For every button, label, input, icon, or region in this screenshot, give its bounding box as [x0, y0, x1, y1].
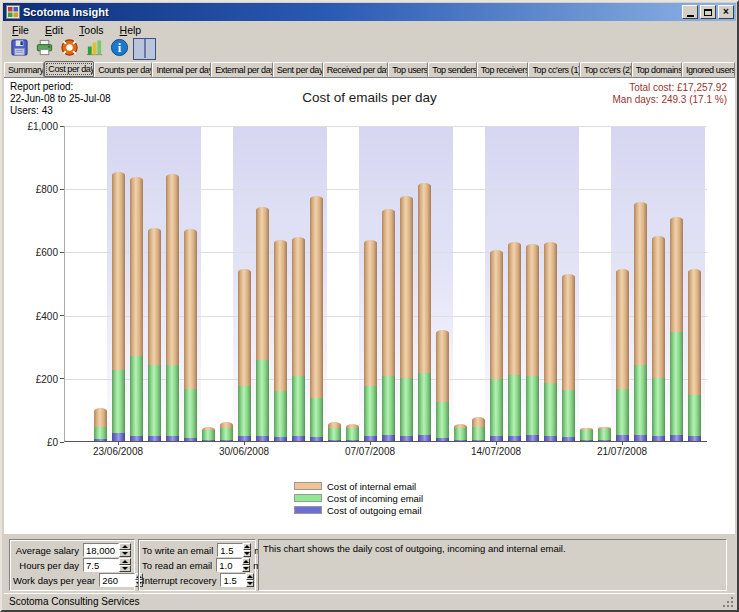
bar-segment-internal: [580, 428, 593, 430]
bar-segment-outgoing: [130, 436, 143, 441]
bar-segment-outgoing: [508, 436, 521, 441]
control-label: To read an email: [142, 560, 216, 571]
info-button[interactable]: i: [108, 38, 131, 60]
tab-received-per-day[interactable]: Received per day: [323, 62, 389, 77]
bar-chart-button[interactable]: [83, 38, 106, 60]
bar-segment-internal: [94, 408, 107, 427]
print-button[interactable]: [33, 38, 56, 60]
tab-top-cc-ers-1-[interactable]: Top cc'ers (1): [528, 62, 580, 77]
y-axis-tick: [60, 126, 64, 127]
legend-item: Cost of outgoing email: [294, 505, 423, 515]
bar-segment-incoming: [634, 365, 647, 435]
bar-segment-internal: [220, 422, 233, 428]
tab-top-senders[interactable]: Top senders: [428, 62, 476, 77]
y-axis-tick: [60, 442, 64, 443]
tab-counts-per-day[interactable]: Counts per day: [94, 62, 152, 77]
save-button[interactable]: [8, 38, 31, 60]
email-time-group-rows: To write an emailminsTo read an emailmin…: [139, 540, 255, 590]
bar-segment-outgoing: [454, 440, 467, 441]
spinner-down-button[interactable]: [243, 550, 251, 557]
bar-segment-internal: [562, 274, 575, 390]
tab-sent-per-day[interactable]: Sent per day: [273, 62, 323, 77]
y-axis-tick: [60, 315, 64, 316]
bar-segment-internal: [112, 172, 125, 370]
tab-ignored-users[interactable]: Ignored users: [682, 62, 735, 77]
close-button[interactable]: ×: [718, 5, 734, 19]
hours-per-day-input[interactable]: [83, 558, 119, 572]
to-read-an-email-input[interactable]: [216, 558, 242, 572]
spinner-up-button[interactable]: [119, 558, 131, 565]
x-axis-label: 30/06/2008: [219, 446, 269, 457]
y-axis-label: £0: [47, 437, 58, 448]
bar-segment-incoming: [274, 391, 287, 437]
interrupt-recovery-input[interactable]: [220, 573, 246, 587]
to-write-an-email-input[interactable]: [217, 543, 243, 557]
bar-segment-outgoing: [598, 440, 611, 441]
total-cost: Total cost: £17,257.92: [612, 82, 727, 94]
bar-segment-outgoing: [526, 435, 539, 441]
chart-description: This chart shows the daily cost of outgo…: [258, 539, 727, 591]
menu-help[interactable]: Help: [112, 23, 150, 37]
bar-segment-outgoing: [472, 440, 485, 441]
app-window: Scotoma Insight × FileEditToolsHelp i Su…: [0, 0, 739, 612]
bar-segment-internal: [256, 207, 269, 360]
bar-segment-incoming: [400, 378, 413, 436]
tab-external-per-day[interactable]: External per day: [211, 62, 273, 77]
control-label: Interrupt recovery: [142, 575, 220, 586]
spinner-down-button[interactable]: [242, 565, 250, 572]
cost-per-day-page: Report period: 22-Jun-08 to 25-Jul-08 Us…: [4, 77, 735, 533]
bar-segment-incoming: [364, 386, 377, 437]
bar-segment-outgoing: [436, 438, 449, 441]
bar-segment-internal: [526, 244, 539, 377]
tab-bar: SummaryCost per dayCounts per dayInterna…: [4, 61, 735, 77]
bar-segment-incoming: [580, 430, 593, 440]
bar-segment-internal: [652, 236, 665, 378]
spinner-down-button[interactable]: [246, 580, 254, 587]
bar-segment-internal: [508, 242, 521, 375]
bar-segment-internal: [184, 229, 197, 389]
maximize-button[interactable]: [700, 5, 716, 19]
bar-segment-outgoing: [328, 440, 341, 441]
bar-segment-incoming: [292, 376, 305, 436]
tab-cost-per-day[interactable]: Cost per day: [44, 61, 94, 77]
bar-segment-internal: [238, 269, 251, 386]
tab-top-receivers[interactable]: Top receivers: [477, 62, 529, 77]
menu-edit[interactable]: Edit: [37, 23, 71, 37]
menu-tools[interactable]: Tools: [71, 23, 112, 37]
bar-segment-internal: [130, 177, 143, 356]
bar-segment-incoming: [202, 430, 215, 440]
spinner-up-button[interactable]: [243, 543, 251, 550]
spinner-down-button[interactable]: [119, 565, 131, 572]
lifebuoy-button[interactable]: [58, 38, 81, 60]
bar-chart-icon: [85, 38, 104, 61]
work-days-per-year-input[interactable]: [99, 573, 135, 587]
spinner: [119, 558, 131, 572]
menu-file[interactable]: File: [4, 23, 37, 37]
title-bar[interactable]: Scotoma Insight ×: [3, 3, 736, 21]
spinner-up-button[interactable]: [242, 558, 250, 565]
bar-segment-internal: [202, 427, 215, 430]
spinner-up-button[interactable]: [246, 573, 254, 580]
texture-button[interactable]: [133, 38, 156, 60]
minimize-button[interactable]: [682, 5, 698, 19]
tab-top-users[interactable]: Top users: [388, 62, 428, 77]
tab-top-cc-ers-2-[interactable]: Top cc'ers (2): [580, 62, 632, 77]
bar-segment-incoming: [220, 428, 233, 440]
tab-summary[interactable]: Summary: [4, 62, 44, 77]
spinner-down-button[interactable]: [119, 550, 131, 557]
lifebuoy-icon: [60, 38, 79, 61]
average-salary-input[interactable]: [83, 543, 119, 557]
bar-segment-outgoing: [346, 440, 359, 441]
chart-legend: Cost of internal emailCost of incoming e…: [294, 481, 423, 517]
bar-segment-internal: [166, 174, 179, 365]
maximize-icon: [704, 9, 712, 16]
resize-grip[interactable]: [722, 596, 734, 608]
email-time-group: To write an emailminsTo read an emailmin…: [138, 539, 256, 591]
controls-panel: Average salaryHours per dayWork days per…: [4, 533, 735, 596]
bar-segment-internal: [670, 217, 683, 332]
spinner-up-button[interactable]: [119, 543, 131, 550]
tab-internal-per-day[interactable]: Internal per day: [152, 62, 211, 77]
info-icon: i: [110, 38, 129, 61]
bar-segment-incoming: [562, 390, 575, 437]
tab-top-domains[interactable]: Top domains: [632, 62, 682, 77]
